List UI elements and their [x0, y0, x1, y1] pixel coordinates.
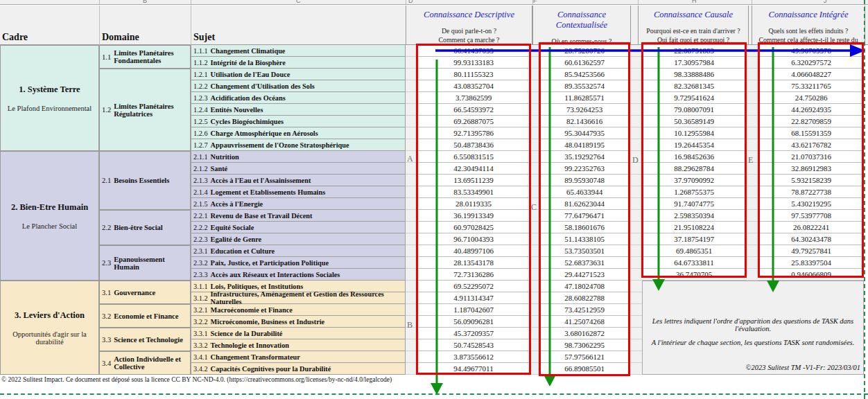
value-cell[interactable]: 65.4633944: [539, 186, 630, 198]
domaine-cell-3-4[interactable]: 3.4Action Individuelle et Collective: [99, 351, 191, 375]
cadre-cell-2[interactable]: 2. Bien-Etre HumainLe Plancher Social: [0, 151, 99, 281]
value-cell[interactable]: 3.680162872: [539, 328, 630, 339]
value-cell[interactable]: 9.729541624: [642, 92, 746, 104]
value-cell[interactable]: 48.04189195: [539, 139, 630, 151]
value-cell[interactable]: 92.71395786: [416, 127, 531, 139]
value-cell[interactable]: 47.18024708: [539, 281, 630, 292]
value-cell[interactable]: 1.187042607: [416, 304, 531, 316]
value-cell[interactable]: 0.946066809: [758, 269, 864, 281]
sujet-cell-1-2-2[interactable]: 1.2.2Changement d'Utilisation des Sols: [191, 80, 406, 92]
value-cell[interactable]: 75.33211765: [758, 80, 864, 92]
sujet-cell-2-1-2[interactable]: 2.1.2Santé: [191, 163, 406, 175]
value-cell[interactable]: 82.1436616: [539, 116, 630, 127]
value-cell[interactable]: 97.53977708: [758, 210, 864, 222]
knowledge-header-4[interactable]: Connaissance IntégréeQuels sont les effe…: [752, 6, 865, 45]
value-cell[interactable]: 28.60822788: [539, 292, 630, 304]
domaine-cell-2-3[interactable]: 2.3Epanouissement Humain: [99, 245, 191, 281]
value-cell[interactable]: 50.36589149: [642, 116, 746, 127]
domaine-cell-3-2[interactable]: 3.2Economie et Finance: [99, 304, 191, 328]
value-cell[interactable]: 49.79257841: [758, 245, 864, 257]
value-cell[interactable]: 89.35532574: [539, 80, 630, 92]
knowledge-header-2[interactable]: Connaissance ContextualiséeOù en sommes-…: [532, 6, 631, 45]
value-cell[interactable]: 58.18601676: [539, 222, 630, 233]
value-cell[interactable]: 3.873556612: [416, 351, 531, 363]
sujet-cell-3-2-1[interactable]: 3.2.1Macroéconomie et Finance: [191, 304, 406, 316]
value-cell[interactable]: 83.53349901: [416, 186, 531, 198]
cadre-cell-1[interactable]: 1. Système TerreLe Plafond Environnement…: [0, 45, 99, 151]
value-cell[interactable]: 99.22352763: [539, 163, 630, 175]
value-cell[interactable]: 69.4865351: [642, 245, 746, 257]
value-cell[interactable]: 78.87227738: [758, 186, 864, 198]
value-cell[interactable]: 43.08352704: [416, 80, 531, 92]
sujet-cell-3-4-1[interactable]: 3.4.1Changement Transformateur: [191, 351, 406, 363]
value-cell[interactable]: 53.73503501: [539, 245, 630, 257]
domaine-cell-1-2[interactable]: 1.2Limites Planétaires Régulatrices: [99, 69, 191, 151]
value-cell[interactable]: 64.67333811: [642, 257, 746, 269]
sujet-cell-1-2-3[interactable]: 1.2.3Acidification des Océans: [191, 92, 406, 104]
value-cell[interactable]: 3.73862599: [416, 92, 531, 104]
value-cell[interactable]: 36.19913349: [416, 210, 531, 222]
sujet-cell-3-1-2[interactable]: 3.1.2Infrastructures, Aménagement et Ges…: [191, 292, 406, 304]
sujet-cell-1-2-7[interactable]: 1.2.7Appauvrissement de l'Ozone Stratosp…: [191, 139, 406, 151]
value-cell[interactable]: 79.08007091: [642, 104, 746, 116]
sujet-cell-1-2-4[interactable]: 1.2.4Entités Nouvelles: [191, 104, 406, 116]
value-cell[interactable]: 17.30957984: [642, 57, 746, 69]
value-cell[interactable]: 22.08751883: [642, 45, 746, 57]
sujet-cell-1-1-2[interactable]: 1.1.2Intégrité de la Biosphère: [191, 57, 406, 69]
value-cell[interactable]: 89.95930748: [539, 175, 630, 186]
sujet-cell-2-1-5[interactable]: 2.1.5Accès à l'Energie: [191, 198, 406, 210]
value-cell[interactable]: 72.73136286: [416, 269, 531, 281]
value-cell[interactable]: 6.320297572: [758, 57, 864, 69]
value-cell[interactable]: 1.268755375: [642, 186, 746, 198]
value-cell[interactable]: 4.911314347: [416, 292, 531, 304]
column-header-domaine[interactable]: Domaine: [102, 32, 139, 43]
sujet-cell-3-2-2[interactable]: 3.2.2Microéconomie, Business et Industri…: [191, 316, 406, 328]
value-cell[interactable]: 50.48738436: [416, 139, 531, 151]
value-cell[interactable]: 57.97566121: [539, 351, 630, 363]
value-cell[interactable]: 28.75280726: [539, 45, 630, 57]
value-cell[interactable]: 50.74528543: [416, 339, 531, 351]
sujet-cell-2-1-4[interactable]: 2.1.4Logement et Etablissements Humains: [191, 186, 406, 198]
value-cell[interactable]: 44.26924935: [758, 104, 864, 116]
sujet-cell-2-3-2[interactable]: 2.3.2Paix, Justice, et Participation Pol…: [191, 257, 406, 269]
value-cell[interactable]: 81.62623044: [539, 198, 630, 210]
value-cell[interactable]: 88.29628784: [642, 163, 746, 175]
sujet-cell-2-2-1[interactable]: 2.2.1Revenu de Base et Travail Décent: [191, 210, 406, 222]
knowledge-header-1[interactable]: Connaissance DescriptiveDe quoi parle-t-…: [406, 6, 532, 45]
value-cell[interactable]: 13.69511239: [416, 175, 531, 186]
value-cell[interactable]: 77.64796471: [539, 210, 630, 222]
sujet-cell-3-3-2[interactable]: 3.3.2Technologie et Innovation: [191, 339, 406, 351]
domaine-cell-1-1[interactable]: 1.1Limites Planétaires Fondamentales: [99, 45, 191, 69]
value-cell[interactable]: 25.83397504: [758, 257, 864, 269]
value-cell[interactable]: 19.26445354: [642, 139, 746, 151]
column-header-cadre[interactable]: Cadre: [2, 32, 28, 43]
value-cell[interactable]: 10.12955984: [642, 127, 746, 139]
value-cell[interactable]: 35.19292764: [539, 151, 630, 163]
sujet-cell-1-2-1[interactable]: 1.2.1Utilisation de l'Eau Douce: [191, 69, 406, 80]
value-cell[interactable]: 32.86912983: [758, 163, 864, 175]
value-cell[interactable]: 96.71004393: [416, 233, 531, 245]
value-cell[interactable]: 2.598350394: [642, 210, 746, 222]
domaine-cell-3-3[interactable]: 3.3Science et Technologie: [99, 328, 191, 351]
value-cell[interactable]: 28.0119335: [416, 198, 531, 210]
sujet-cell-1-1-1[interactable]: 1.1.1Changement Climatique: [191, 45, 406, 57]
value-cell[interactable]: 60.61362597: [539, 57, 630, 69]
value-cell[interactable]: 21.95108224: [642, 222, 746, 233]
value-cell[interactable]: 69.26887075: [416, 116, 531, 127]
value-cell[interactable]: 28.13543178: [416, 257, 531, 269]
value-cell[interactable]: 66.54593972: [416, 104, 531, 116]
knowledge-header-3[interactable]: Connaissance CausalePourquoi est-ce en t…: [638, 6, 749, 45]
value-cell[interactable]: 6.550831515: [416, 151, 531, 163]
value-cell[interactable]: 73.42512959: [539, 304, 630, 316]
sujet-cell-2-1-1[interactable]: 2.1.1Nutrition: [191, 151, 406, 163]
sujet-cell-3-3-1[interactable]: 3.3.1Science de la Durabilité: [191, 328, 406, 339]
value-cell[interactable]: 51.14338105: [539, 233, 630, 245]
value-cell[interactable]: 66.41437035: [416, 45, 531, 57]
value-cell[interactable]: 26.0822241: [758, 222, 864, 233]
value-cell[interactable]: 98.73062295: [539, 339, 630, 351]
value-cell[interactable]: 66.89085501: [539, 363, 630, 375]
value-cell[interactable]: 69.52295072: [416, 281, 531, 292]
value-cell[interactable]: 91.74074775: [642, 198, 746, 210]
value-cell[interactable]: 82.32681345: [642, 80, 746, 92]
domaine-cell-2-2[interactable]: 2.2Bien-être Social: [99, 210, 191, 245]
